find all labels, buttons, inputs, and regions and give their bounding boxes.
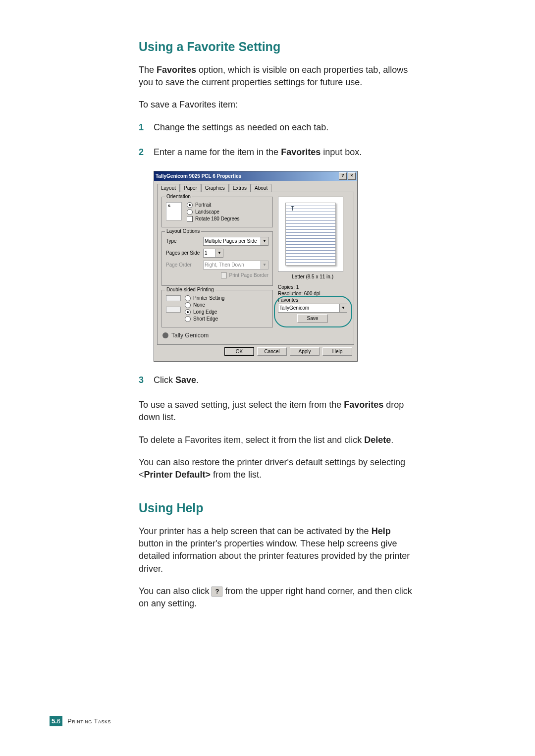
- page-number-badge: 5.6: [50, 716, 62, 726]
- dialog-titlebar: TallyGenicom 9025 PCL 6 Properties ? ×: [154, 171, 357, 181]
- order-label: Page Order: [166, 262, 203, 268]
- radio-icon: [185, 302, 191, 308]
- radio-icon: [185, 316, 191, 322]
- radio-short-edge[interactable]: Short Edge: [185, 316, 224, 322]
- tab-paper[interactable]: Paper: [180, 184, 201, 192]
- radio-icon: [187, 209, 193, 215]
- double-sided-group: Double-sided Printing Printer Setting No…: [161, 290, 273, 327]
- title-close-button[interactable]: ×: [348, 172, 356, 180]
- step-number: 1: [139, 121, 154, 134]
- orientation-icon: [166, 202, 182, 220]
- group-legend: Double-sided Printing: [165, 287, 215, 292]
- svg-point-0: [162, 332, 168, 338]
- step-number: 2: [139, 146, 154, 159]
- chevron-down-icon: ▼: [261, 261, 268, 269]
- tab-graphics[interactable]: Graphics: [201, 184, 229, 192]
- chevron-down-icon: ▼: [215, 249, 223, 257]
- favorites-dropdown[interactable]: TallyGenicom▼: [278, 304, 347, 313]
- intro-paragraph: The Favorites option, which is visible o…: [139, 64, 416, 89]
- chevron-down-icon: ▼: [261, 237, 268, 245]
- border-check: Print Page Border: [229, 272, 269, 278]
- main-content: Using a Favorite Setting The Favorites o…: [139, 40, 416, 610]
- apply-button[interactable]: Apply: [290, 347, 320, 356]
- cancel-button[interactable]: Cancel: [257, 347, 287, 356]
- tab-layout[interactable]: Layout: [157, 184, 180, 192]
- radio-icon: [187, 202, 193, 208]
- layout-options-group: Layout Options Type Multiple Pages per S…: [161, 231, 273, 286]
- radio-icon: [185, 309, 191, 315]
- radio-long-edge[interactable]: Long Edge: [185, 309, 224, 315]
- steps-list: 1 Change the settings as needed on each …: [139, 121, 416, 159]
- page-footer: 5.6 Printing Tasks: [50, 716, 111, 726]
- ok-button[interactable]: OK: [224, 347, 254, 356]
- step-number: 3: [139, 374, 154, 386]
- lead-text: To save a Favorites item:: [139, 99, 416, 111]
- dialog-buttons: OK Cancel Apply Help: [157, 345, 354, 358]
- step-text: Enter a name for the item in the Favorit…: [154, 146, 416, 159]
- step-text: Click Save.: [154, 374, 416, 386]
- radio-icon: [185, 295, 191, 301]
- radio-printer-setting[interactable]: Printer Setting: [185, 295, 224, 301]
- checkbox-icon: [221, 272, 227, 278]
- type-label: Type: [166, 238, 203, 244]
- tab-about[interactable]: About: [251, 184, 271, 192]
- help-paragraph-2: You can also click ? from the upper righ…: [139, 585, 416, 610]
- help-button[interactable]: Help: [322, 347, 352, 356]
- radio-portrait[interactable]: Portrait: [187, 202, 240, 208]
- preview-box: [278, 197, 343, 272]
- orientation-group: Orientation Portrait Landscape Rotate 18…: [161, 197, 273, 227]
- step-2: 2 Enter a name for the item in the Favor…: [139, 146, 416, 159]
- step-1: 1 Change the settings as needed on each …: [139, 121, 416, 134]
- check-rotate[interactable]: Rotate 180 Degrees: [187, 216, 240, 222]
- order-dropdown: Right, Then Down▼: [203, 261, 268, 270]
- dialog-body: Layout Paper Graphics Extras About Orien…: [154, 181, 357, 361]
- radio-none[interactable]: None: [185, 302, 224, 308]
- step-text: Change the settings as needed on each ta…: [154, 121, 416, 134]
- preview-page: [285, 203, 336, 266]
- left-column: Orientation Portrait Landscape Rotate 18…: [161, 197, 273, 339]
- steps-list-continued: 3 Click Save.: [139, 374, 416, 386]
- duplex-icon: [166, 295, 181, 313]
- help-paragraph-1: Your printer has a help screen that can …: [139, 525, 416, 575]
- tab-panel: Orientation Portrait Landscape Rotate 18…: [157, 192, 354, 345]
- question-icon: ?: [212, 587, 222, 596]
- group-legend: Layout Options: [165, 228, 201, 234]
- pps-dropdown[interactable]: 1▼: [203, 249, 223, 258]
- type-dropdown[interactable]: Multiple Pages per Side▼: [203, 237, 268, 246]
- group-legend: Orientation: [165, 194, 192, 199]
- delete-paragraph: To delete a Favorites item, select it fr…: [139, 434, 416, 446]
- tab-strip: Layout Paper Graphics Extras About: [157, 184, 354, 192]
- chevron-down-icon: ▼: [339, 304, 347, 312]
- preview-label: Letter (8.5 x 11 in.): [278, 274, 347, 279]
- brand-logo: Tally Genicom: [161, 331, 273, 339]
- pps-label: Pages per Side: [166, 250, 203, 256]
- favorites-area: Favorites TallyGenicom▼ Save: [278, 297, 347, 323]
- title-help-button[interactable]: ?: [339, 172, 347, 180]
- right-column: Letter (8.5 x 11 in.) Copies: 1 Resoluti…: [278, 197, 347, 339]
- heading-favorite-setting: Using a Favorite Setting: [139, 40, 416, 54]
- dialog-title: TallyGenicom 9025 PCL 6 Properties: [156, 173, 241, 179]
- logo-icon: [161, 331, 169, 339]
- heading-using-help: Using Help: [139, 501, 416, 515]
- radio-landscape[interactable]: Landscape: [187, 209, 240, 215]
- checkbox-icon: [187, 216, 193, 222]
- copies-info: Copies: 1: [278, 284, 347, 290]
- tab-extras[interactable]: Extras: [229, 184, 251, 192]
- document-page: Using a Favorite Setting The Favorites o…: [0, 0, 535, 756]
- section-name: Printing Tasks: [67, 717, 111, 725]
- restore-paragraph: You can also restore the printer driver'…: [139, 456, 416, 481]
- use-paragraph: To use a saved setting, just select the …: [139, 399, 416, 424]
- step-3: 3 Click Save.: [139, 374, 416, 386]
- properties-dialog: TallyGenicom 9025 PCL 6 Properties ? × L…: [154, 171, 358, 362]
